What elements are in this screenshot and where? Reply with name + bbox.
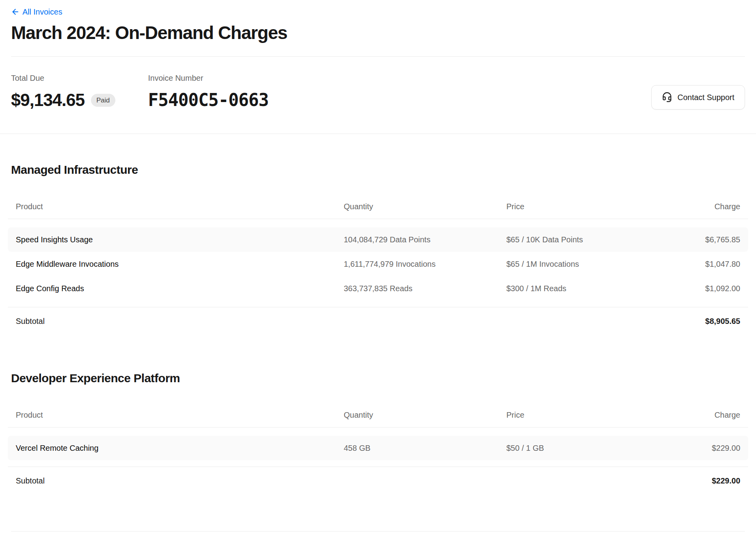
total-due-label: Total Due: [11, 73, 148, 83]
column-header-price: Price: [506, 410, 714, 420]
table-header: Product Quantity Price Charge: [8, 410, 748, 420]
table-header: Product Quantity Price Charge: [8, 202, 748, 211]
charge-cell: $6,765.85: [705, 235, 740, 244]
arrow-left-icon: [11, 7, 20, 16]
section-title-managed-infrastructure: Managed Infrastructure: [11, 162, 745, 177]
charge-cell: $229.00: [712, 444, 740, 453]
charge-cell: $1,092.00: [705, 284, 740, 293]
quantity-cell: 363,737,835 Reads: [344, 284, 506, 293]
quantity-cell: 1,611,774,979 Invocations: [344, 260, 506, 269]
column-header-charge: Charge: [714, 410, 740, 420]
page-header: All Invoices March 2024: On-Demand Charg…: [0, 0, 756, 43]
back-link-label: All Invoices: [22, 6, 62, 17]
column-header-charge: Charge: [714, 202, 740, 211]
table-row: Speed Insights Usage 104,084,729 Data Po…: [8, 227, 748, 252]
quantity-cell: 104,084,729 Data Points: [344, 235, 506, 244]
subtotal-label: Subtotal: [16, 317, 44, 326]
charge-cell: $1,047.80: [705, 260, 740, 269]
invoice-summary: Total Due $9,134.65 Paid Invoice Number …: [0, 57, 756, 110]
subtotal-value: $8,905.65: [705, 317, 740, 326]
column-header-product: Product: [16, 202, 344, 211]
section-title-developer-experience-platform: Developer Experience Platform: [11, 371, 745, 386]
paid-status-badge: Paid: [91, 94, 115, 107]
headset-icon: [662, 92, 672, 102]
summary-divider: [0, 134, 756, 134]
all-invoices-back-link[interactable]: All Invoices: [11, 6, 62, 17]
product-cell: Edge Middleware Invocations: [16, 260, 344, 269]
column-header-price: Price: [506, 202, 714, 211]
invoice-number-label: Invoice Number: [148, 73, 269, 83]
total-due-amount: $9,134.65: [11, 90, 85, 110]
subtotal-label: Subtotal: [16, 476, 44, 485]
table-rows: Speed Insights Usage 104,084,729 Data Po…: [8, 227, 748, 301]
column-header-product: Product: [16, 410, 344, 420]
table-header-divider: [8, 427, 748, 428]
product-cell: Speed Insights Usage: [16, 235, 344, 244]
table-header-divider: [8, 219, 748, 219]
table-row: Edge Config Reads 363,737,835 Reads $300…: [8, 276, 748, 301]
footer-total-row: Total Due Paid March 1, 2024 $9,134.65: [11, 532, 745, 541]
column-header-quantity: Quantity: [344, 410, 506, 420]
price-cell: $50 / 1 GB: [506, 444, 712, 453]
total-due-summary: Total Due $9,134.65 Paid: [11, 73, 148, 110]
managed-infrastructure-table: Product Quantity Price Charge Speed Insi…: [8, 202, 748, 336]
table-row: Vercel Remote Caching 458 GB $50 / 1 GB …: [8, 436, 748, 460]
table-rows: Vercel Remote Caching 458 GB $50 / 1 GB …: [8, 436, 748, 460]
quantity-cell: 458 GB: [344, 444, 506, 453]
developer-experience-table: Product Quantity Price Charge Vercel Rem…: [8, 410, 748, 496]
subtotal-row: Subtotal $229.00: [8, 467, 748, 496]
product-cell: Vercel Remote Caching: [16, 444, 344, 453]
product-cell: Edge Config Reads: [16, 284, 344, 293]
column-header-quantity: Quantity: [344, 202, 506, 211]
invoice-number-value: F5400C5-0663: [148, 90, 269, 110]
invoice-number-summary: Invoice Number F5400C5-0663: [148, 73, 269, 110]
price-cell: $65 / 1M Invocations: [506, 260, 705, 269]
subtotal-value: $229.00: [712, 476, 740, 485]
price-cell: $65 / 10K Data Points: [506, 235, 705, 244]
contact-support-label: Contact Support: [677, 93, 734, 102]
price-cell: $300 / 1M Reads: [506, 284, 705, 293]
invoice-page: All Invoices March 2024: On-Demand Charg…: [0, 0, 756, 541]
subtotal-row: Subtotal $8,905.65: [8, 307, 748, 336]
contact-support-button[interactable]: Contact Support: [651, 85, 745, 110]
table-row: Edge Middleware Invocations 1,611,774,97…: [8, 252, 748, 276]
page-title: March 2024: On-Demand Charges: [11, 22, 745, 43]
